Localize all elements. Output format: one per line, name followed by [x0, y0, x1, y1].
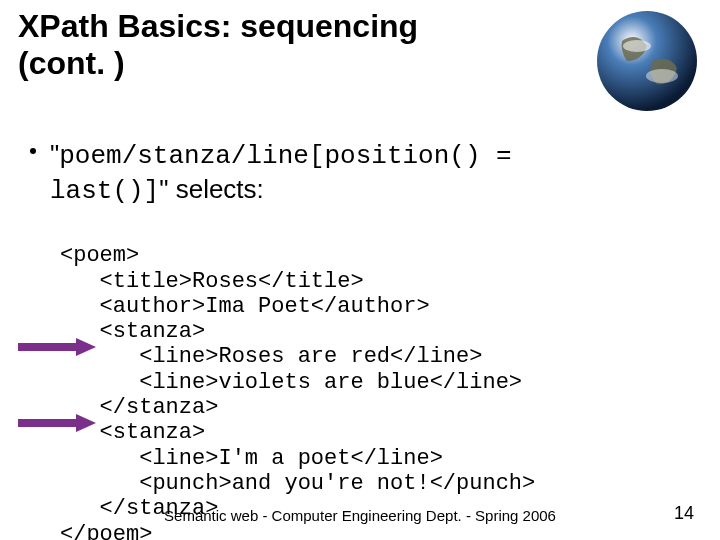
- svg-point-1: [623, 40, 651, 52]
- arrow-head: [76, 338, 96, 356]
- arrow-icon: [18, 416, 96, 430]
- xpath-expr-line1: poem/stanza/line[position() =: [59, 141, 511, 171]
- globe-icon: [592, 6, 702, 116]
- arrow-icon: [18, 340, 96, 354]
- code-line: <line>violets are blue</line>: [60, 370, 522, 395]
- bullet-dot-icon: [30, 148, 36, 154]
- arrow-shaft: [18, 343, 78, 351]
- title-line-1: XPath Basics: sequencing: [18, 8, 418, 44]
- arrow-shaft: [18, 419, 78, 427]
- svg-point-0: [597, 11, 697, 111]
- selects-label: " selects:: [159, 174, 264, 204]
- code-line: <punch>and you're not!</punch>: [60, 471, 535, 496]
- code-line: </poem>: [60, 522, 152, 540]
- code-line: <author>Ima Poet</author>: [60, 294, 430, 319]
- slide-title: XPath Basics: sequencing (cont. ): [18, 8, 498, 82]
- bullet-text: "poem/stanza/line[position() = last()]" …: [50, 138, 680, 207]
- xml-code-block: <poem> <title>Roses</title> <author>Ima …: [60, 218, 535, 540]
- code-line: <line>I'm a poet</line>: [60, 446, 443, 471]
- bullet-item: "poem/stanza/line[position() = last()]" …: [30, 138, 680, 207]
- code-line: <line>Roses are red</line>: [60, 344, 482, 369]
- svg-point-2: [646, 69, 678, 83]
- code-line: <title>Roses</title>: [60, 269, 364, 294]
- page-number: 14: [674, 503, 694, 524]
- title-line-2: (cont. ): [18, 45, 125, 81]
- code-line: <poem>: [60, 243, 139, 268]
- arrow-head: [76, 414, 96, 432]
- quote-open: ": [50, 139, 59, 169]
- xpath-expr-line2: last()]: [50, 176, 159, 206]
- slide: XPath Basics: sequencing (cont. ) "poem/…: [0, 0, 720, 540]
- footer-text: Semantic web - Computer Engineering Dept…: [0, 507, 720, 524]
